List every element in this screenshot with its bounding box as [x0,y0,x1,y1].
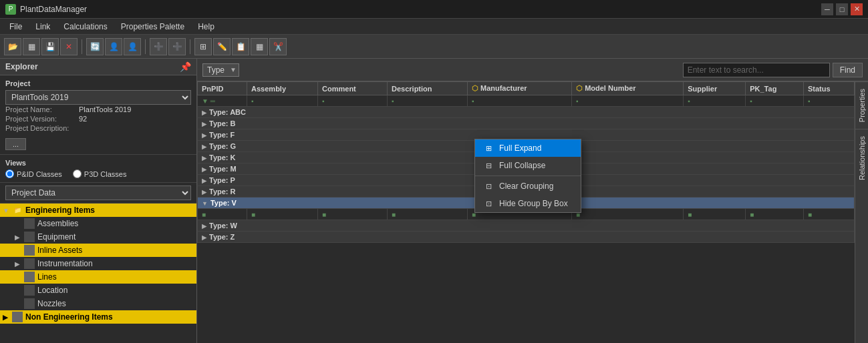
menu-link[interactable]: Link [29,21,57,33]
engineering-items-label: Engineering Items [25,206,95,215]
menu-properties-palette[interactable]: Properties Palette [114,21,191,33]
toolbar-separator-1 [82,39,82,54]
ctx-full-collapse[interactable]: ⊟ Full Collapse [475,157,581,174]
tab-relationships[interactable]: Relationships [855,129,869,187]
group-row-abc[interactable]: ▶Type: ABC [198,107,855,118]
ctx-full-expand-label: Full Expand [499,143,541,153]
search-area: Find [245,63,863,77]
type-dropdown[interactable]: Type [202,63,239,77]
col-header-pk-tag[interactable]: PK_Tag [746,82,804,95]
views-radio-group: P&ID Classes P3D Classes [5,169,191,178]
full-expand-icon: ⊞ [483,143,494,153]
hide-group-by-box-icon: ⊡ [483,198,494,209]
toolbar-btn-cut[interactable]: ✂️ [269,38,287,55]
tree-item-location[interactable]: Location [0,284,196,297]
group-row-z[interactable]: ▶Type: Z [198,232,855,243]
toolbar-btn-user1[interactable]: 👤 [105,38,122,55]
col-header-supplier[interactable]: Supplier [684,82,746,95]
radio-p3d-classes[interactable]: P3D Classes [73,169,127,178]
toolbar-btn-grid2[interactable]: ▦ [251,38,268,55]
restore-button[interactable]: □ [836,3,848,15]
ctx-full-expand[interactable]: ⊞ Full Expand [475,139,581,157]
col-header-manufacturer[interactable]: ⬡ Manufacturer [467,82,571,95]
project-version-value: 92 [79,115,87,123]
col-header-pnpid[interactable]: PnPID [198,82,247,95]
clear-grouping-icon: ⊡ [483,181,494,192]
tree-item-engineering-items[interactable]: ▼ 📁 Engineering Items [0,204,196,217]
expand-arrow-instrumentation: ▶ [15,260,24,268]
project-description-row: Project Description: [5,123,191,133]
ctx-separator [475,176,581,176]
col-header-comment[interactable]: Comment [318,82,388,95]
toolbar-btn-user2[interactable]: 👤 [124,38,141,55]
tree-item-nozzles[interactable]: Nozzles [0,297,196,310]
search-input[interactable] [683,63,830,77]
menu-file[interactable]: File [3,21,29,33]
location-icon [24,285,35,296]
engineering-items-icon: 📁 [12,205,23,216]
project-name-row: Project Name: PlantTools 2019 [5,105,191,114]
tree-item-equipment[interactable]: ▶ Equipment [0,230,196,244]
title-bar: P PlantDataManager ─ □ ✕ [0,0,868,19]
radio-pid-classes[interactable]: P&ID Classes [5,169,62,178]
menu-help[interactable]: Help [191,21,221,33]
context-menu: ⊞ Full Expand ⊟ Full Collapse ⊡ Clear Gr… [474,139,581,213]
app-title: PlantDataManager [20,5,821,14]
tree-item-assemblies[interactable]: Assemblies [0,217,196,230]
side-tabs: Properties Relationships [855,81,868,343]
ctx-hide-group-by-box[interactable]: ⊡ Hide Group By Box [475,195,581,212]
main-layout: Explorer 📌 Project PlantTools 2019 Proje… [0,59,868,343]
lines-label: Lines [37,272,57,282]
filter-row: ▼ ═ ▪ ▪ ▪ ▪ ▪ ▪ ▪ ▪ [198,95,855,107]
grid-toolbar: Type ▼ Find [197,59,868,81]
group-row-b[interactable]: ▶Type: B [198,118,855,129]
expand-arrow-engineering: ▼ [3,207,12,214]
toolbar-separator-2 [145,39,146,54]
col-header-description[interactable]: Description [388,82,468,95]
description-button[interactable]: ... [5,138,26,150]
project-data-dropdown[interactable]: Project Data [5,186,191,200]
explorer-header: Explorer 📌 [0,59,196,75]
project-dropdown[interactable]: PlantTools 2019 [5,90,191,105]
col-header-model-number[interactable]: ⬡ Model Number [572,82,684,95]
toolbar: 📂 ▦ 💾 ✕ 🔄 👤 👤 ➕ ➕ ⊞ ✏️ 📋 ▦ ✂️ [0,35,868,59]
toolbar-btn-clipboard[interactable]: 📋 [232,38,249,55]
project-label: Project [5,79,191,87]
toolbar-btn-delete[interactable]: ✕ [60,38,78,55]
toolbar-btn-edit[interactable]: ✏️ [213,38,231,55]
minimize-button[interactable]: ─ [821,3,833,15]
tree-item-instrumentation[interactable]: ▶ Instrumentation [0,257,196,270]
menu-bar: File Link Calculations Properties Palett… [0,19,868,35]
toolbar-btn-refresh[interactable]: 🔄 [86,38,104,55]
col-header-assembly[interactable]: Assembly [247,82,318,95]
pin-icon[interactable]: 📌 [180,61,191,72]
full-collapse-icon: ⊟ [483,160,494,171]
ctx-clear-grouping[interactable]: ⊡ Clear Grouping [475,178,581,195]
col-header-status[interactable]: Status [803,82,854,95]
tree-item-non-engineering-items[interactable]: ▶ Non Engineering Items [0,310,196,324]
toolbar-btn-layout[interactable]: ⊞ [194,38,212,55]
lines-icon [24,272,35,282]
assemblies-label: Assemblies [37,219,78,228]
toolbar-btn-add2[interactable]: ➕ [168,38,186,55]
instrumentation-icon [24,258,35,269]
app-icon: P [5,4,16,15]
menu-calculations[interactable]: Calculations [57,21,114,33]
search-button[interactable]: Find [833,63,863,77]
toolbar-btn-save[interactable]: 💾 [41,38,59,55]
tree-item-lines[interactable]: Lines [0,270,196,284]
project-description-label: Project Description: [5,124,79,132]
project-section: Project PlantTools 2019 Project Name: Pl… [0,75,196,155]
project-version-label: Project Version: [5,115,79,123]
close-button[interactable]: ✕ [851,3,863,15]
tree-item-inline-assets[interactable]: Inline Assets [0,244,196,257]
toolbar-separator-3 [190,39,190,54]
toolbar-btn-grid[interactable]: ▦ [23,38,40,55]
toolbar-btn-open[interactable]: 📂 [4,38,21,55]
nozzles-label: Nozzles [37,299,66,308]
tab-properties[interactable]: Properties [855,81,869,129]
toolbar-btn-add1[interactable]: ➕ [150,38,167,55]
window-controls: ─ □ ✕ [821,3,863,15]
views-section: Views P&ID Classes P3D Classes [0,155,196,183]
group-row-w[interactable]: ▶Type: W [198,220,855,232]
